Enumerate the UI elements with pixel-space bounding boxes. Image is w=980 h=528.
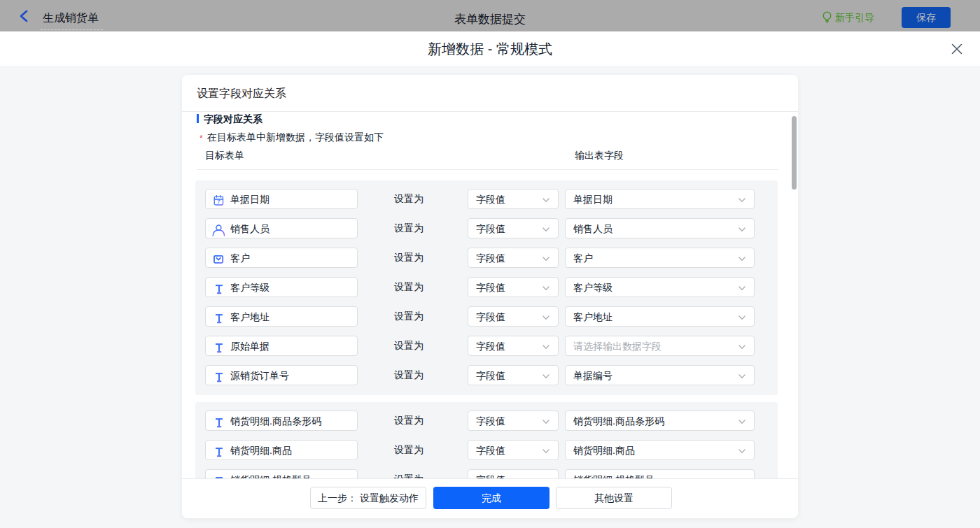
svg-text:7: 7	[217, 199, 220, 205]
